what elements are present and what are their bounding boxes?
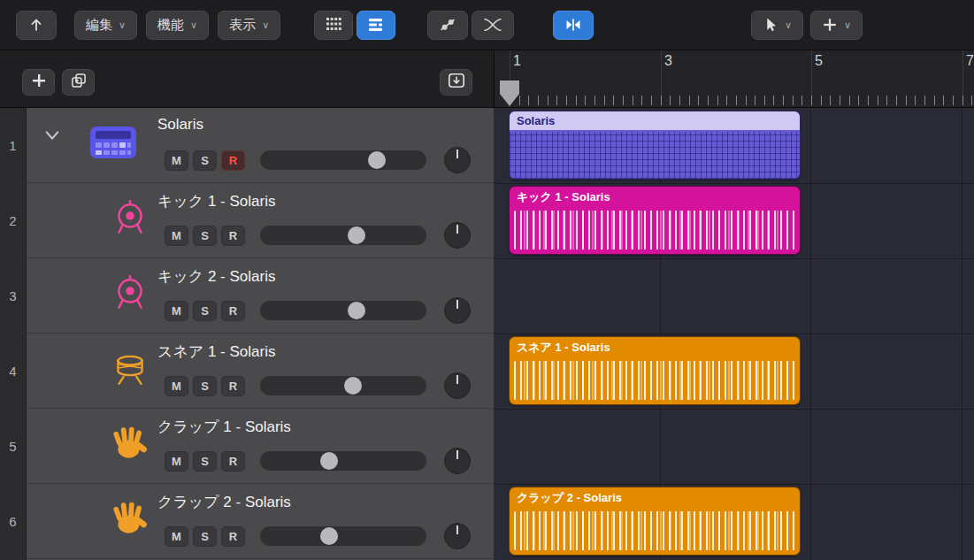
pan-knob[interactable] bbox=[444, 147, 471, 173]
mute-button[interactable]: M bbox=[165, 526, 188, 547]
automation-curve-icon bbox=[439, 16, 456, 34]
solo-button[interactable]: S bbox=[193, 301, 217, 321]
up-arrow-icon bbox=[27, 16, 45, 34]
clap-icon bbox=[110, 423, 150, 464]
track-header[interactable]: クラップ 2 - Solaris M S R bbox=[27, 484, 494, 559]
row-view-icon bbox=[368, 18, 384, 32]
clap-icon bbox=[110, 498, 150, 539]
record-button[interactable]: R bbox=[221, 150, 245, 171]
track-controls: M S R bbox=[165, 147, 471, 173]
track-name: キック 2 - Solaris bbox=[157, 266, 275, 287]
midi-region[interactable]: クラップ 2 - Solaris bbox=[509, 487, 801, 556]
solo-button[interactable]: S bbox=[193, 526, 217, 547]
volume-slider-thumb[interactable] bbox=[320, 452, 338, 470]
crosshair-tool-button[interactable]: ∨ bbox=[810, 11, 863, 40]
lane-separator bbox=[494, 334, 974, 334]
record-button[interactable]: R bbox=[221, 301, 245, 321]
menu-view[interactable]: 表示 ∨ bbox=[218, 11, 280, 40]
region-name: クラップ 2 - Solaris bbox=[510, 487, 800, 509]
volume-slider[interactable] bbox=[260, 226, 426, 245]
kick-drum-icon bbox=[110, 197, 150, 238]
track-header[interactable]: スネア 1 - Solaris M S R bbox=[27, 334, 494, 409]
solo-button[interactable]: S bbox=[193, 226, 217, 246]
track-header[interactable]: キック 2 - Solaris M S R bbox=[27, 258, 494, 334]
solo-button[interactable]: S bbox=[193, 451, 217, 472]
crossfade-icon bbox=[483, 17, 502, 33]
track-controls: M S R bbox=[165, 448, 471, 474]
go-up-button[interactable] bbox=[16, 11, 57, 40]
lane-separator bbox=[494, 484, 974, 485]
midi-region[interactable]: キック 1 - Solaris bbox=[509, 186, 801, 255]
track-header[interactable]: Solaris M S R bbox=[27, 108, 494, 183]
pan-knob[interactable] bbox=[444, 222, 471, 249]
knob-indicator bbox=[456, 450, 458, 459]
track-number-gutter: 1 2 3 4 5 6 bbox=[0, 108, 27, 560]
volume-slider[interactable] bbox=[260, 451, 426, 471]
mute-button[interactable]: M bbox=[165, 301, 188, 321]
grid-view-button[interactable] bbox=[314, 11, 353, 40]
track-controls: M S R bbox=[165, 523, 471, 549]
knob-indicator bbox=[456, 375, 458, 384]
volume-slider-thumb[interactable] bbox=[348, 226, 365, 244]
midi-region[interactable]: Solaris bbox=[509, 111, 801, 180]
mute-button[interactable]: M bbox=[165, 376, 188, 396]
row-view-button[interactable] bbox=[357, 11, 395, 40]
track-name: クラップ 2 - Solaris bbox=[157, 492, 291, 512]
timeline-ruler[interactable]: 1 3 5 7 bbox=[494, 50, 974, 107]
solo-button[interactable]: S bbox=[193, 150, 217, 171]
disclosure-chevron-icon[interactable] bbox=[44, 129, 60, 145]
tracks-area: 1 2 3 4 5 6 bbox=[0, 108, 974, 560]
add-track-button[interactable] bbox=[22, 69, 55, 96]
volume-slider-thumb[interactable] bbox=[348, 302, 365, 319]
lane-separator bbox=[494, 258, 974, 259]
mute-button[interactable]: M bbox=[165, 150, 188, 171]
duplicate-track-button[interactable] bbox=[62, 69, 95, 96]
duplicate-track-icon bbox=[70, 72, 88, 94]
pointer-tool-icon bbox=[763, 16, 778, 34]
arrow-down-box-icon bbox=[447, 72, 466, 94]
pan-knob[interactable] bbox=[444, 523, 471, 549]
pan-knob[interactable] bbox=[444, 297, 471, 324]
crossfade-button[interactable] bbox=[472, 11, 514, 40]
track-header[interactable]: キック 1 - Solaris M S R bbox=[27, 183, 494, 258]
track-name: キック 1 - Solaris bbox=[157, 191, 275, 211]
track-header-controls bbox=[0, 50, 494, 107]
volume-slider-thumb[interactable] bbox=[368, 151, 386, 169]
record-button[interactable]: R bbox=[221, 226, 245, 246]
record-button[interactable]: R bbox=[221, 451, 245, 472]
volume-slider[interactable] bbox=[260, 376, 426, 395]
volume-slider[interactable] bbox=[260, 150, 426, 170]
bar-number: 5 bbox=[815, 53, 823, 69]
menu-view-label: 表示 bbox=[229, 17, 256, 34]
track-header[interactable]: クラップ 1 - Solaris M S R bbox=[27, 409, 494, 484]
record-button[interactable]: R bbox=[221, 376, 245, 396]
menu-functions[interactable]: 機能 ∨ bbox=[146, 11, 209, 40]
catch-playhead-button[interactable] bbox=[553, 11, 594, 40]
menu-edit[interactable]: 編集 ∨ bbox=[74, 11, 137, 40]
logic-pro-window: 編集 ∨ 機能 ∨ 表示 ∨ bbox=[0, 0, 974, 560]
mute-button[interactable]: M bbox=[165, 226, 188, 246]
midi-region[interactable]: スネア 1 - Solaris bbox=[509, 336, 801, 405]
knob-indicator bbox=[456, 225, 458, 234]
record-button[interactable]: R bbox=[221, 526, 245, 547]
automation-button[interactable] bbox=[427, 11, 468, 40]
pan-knob[interactable] bbox=[444, 372, 471, 399]
volume-slider-thumb[interactable] bbox=[344, 377, 362, 395]
pointer-tool-button[interactable]: ∨ bbox=[751, 11, 803, 40]
volume-slider[interactable] bbox=[260, 301, 426, 320]
volume-slider[interactable] bbox=[260, 526, 426, 546]
volume-slider-thumb[interactable] bbox=[320, 527, 338, 545]
hide-tracks-button[interactable] bbox=[440, 69, 472, 96]
region-notes bbox=[510, 132, 800, 179]
solo-button[interactable]: S bbox=[193, 376, 217, 396]
chevron-down-icon: ∨ bbox=[190, 20, 197, 30]
mute-button[interactable]: M bbox=[165, 451, 188, 472]
track-name: クラップ 1 - Solaris bbox=[157, 417, 291, 437]
track-number: 4 bbox=[0, 334, 26, 409]
bar-number: 3 bbox=[664, 53, 672, 69]
menu-edit-label: 編集 bbox=[86, 17, 112, 34]
track-headers: Solaris M S R キック 1 - Solaris M S bbox=[27, 108, 494, 560]
knob-indicator bbox=[456, 525, 458, 534]
catch-playhead-icon bbox=[564, 16, 582, 34]
pan-knob[interactable] bbox=[444, 448, 471, 474]
